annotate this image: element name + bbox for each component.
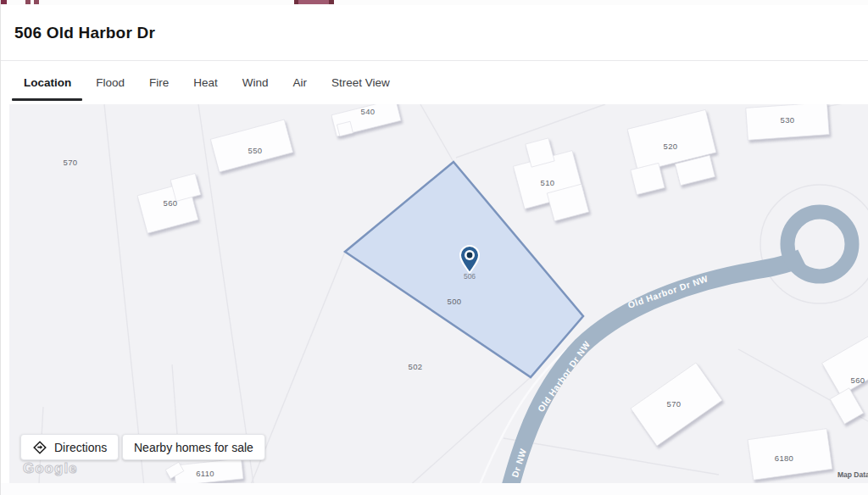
top-bar-fragment xyxy=(25,0,31,4)
building-6110 xyxy=(165,459,243,483)
building-560-right xyxy=(822,333,868,424)
tab-flood[interactable]: Flood xyxy=(96,61,125,104)
building-6180 xyxy=(748,429,832,481)
parcel-map[interactable] xyxy=(9,104,868,483)
bottom-gutter xyxy=(1,483,868,495)
building-530 xyxy=(746,104,829,140)
nearby-homes-button-label: Nearby homes for sale xyxy=(134,441,253,454)
building-550 xyxy=(210,120,292,172)
building-520 xyxy=(627,109,716,194)
top-bar-fragment xyxy=(34,0,39,4)
tab-air[interactable]: Air xyxy=(293,61,308,104)
building-540 xyxy=(331,104,401,136)
property-map-page: 506 Old Harbor Dr LocationFloodFireHeatW… xyxy=(0,0,868,495)
pin-parcel-number: 506 xyxy=(464,272,476,281)
page-header: 506 Old Harbor Dr xyxy=(1,5,868,61)
top-bar-fragment xyxy=(329,0,334,4)
map-attribution: Map Data xyxy=(837,470,868,479)
directions-button[interactable]: Directions xyxy=(20,434,119,460)
building-570-bottom xyxy=(631,363,722,446)
building-510 xyxy=(513,138,588,221)
map-canvas xyxy=(9,104,868,483)
top-bar-fragment xyxy=(1,0,7,4)
page-title: 506 Old Harbor Dr xyxy=(1,24,155,42)
tab-bar: LocationFloodFireHeatWindAirStreet View xyxy=(1,61,868,104)
building-560-left xyxy=(137,174,201,234)
nearby-homes-button[interactable]: Nearby homes for sale xyxy=(122,434,265,460)
tab-wind[interactable]: Wind xyxy=(242,61,269,104)
directions-icon xyxy=(32,440,47,455)
tab-location[interactable]: Location xyxy=(24,61,71,104)
tab-fire[interactable]: Fire xyxy=(149,61,169,104)
tab-heat[interactable]: Heat xyxy=(193,61,218,104)
tab-street-view[interactable]: Street View xyxy=(331,61,390,104)
directions-button-label: Directions xyxy=(54,441,107,454)
top-bar-fragment xyxy=(298,0,329,4)
google-watermark: Google xyxy=(23,460,78,477)
